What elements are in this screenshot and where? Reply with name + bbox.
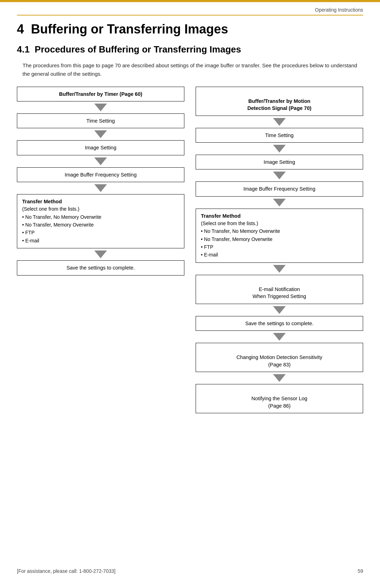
right-step-email-notification: E-mail Notification When Triggered Setti… <box>196 275 363 304</box>
right-step-image-setting: Image Setting <box>196 155 363 169</box>
header-label: Operating Instructions <box>315 7 363 13</box>
arrow-5-left <box>94 250 107 258</box>
flow-container: Buffer/Transfer by Timer (Page 60) Time … <box>0 87 380 413</box>
right-header-page: (Page 70) <box>287 105 312 111</box>
right-step-save: Save the settings to complete. <box>196 316 363 331</box>
arrow-3-right <box>273 172 286 179</box>
left-step-buffer-freq: Image Buffer Frequency Setting <box>17 167 184 182</box>
left-header-bold: Buffer/Transfer by Timer <box>59 91 118 97</box>
right-step-buffer-freq: Image Buffer Frequency Setting <box>196 181 363 196</box>
arrow-5-right <box>273 265 286 273</box>
right-step-time-setting: Time Setting <box>196 128 363 143</box>
arrow-7-right <box>273 333 286 341</box>
arrow-6-right <box>273 306 286 314</box>
left-header-box: Buffer/Transfer by Timer (Page 60) <box>17 87 184 101</box>
intro-text: The procedures from this page to page 70… <box>0 61 380 87</box>
left-header-page: (Page 60) <box>118 91 142 97</box>
arrow-2-right <box>273 145 286 153</box>
arrow-1-left <box>94 104 107 111</box>
arrow-3-left <box>94 157 107 165</box>
left-flow-column: Buffer/Transfer by Timer (Page 60) Time … <box>17 87 184 413</box>
right-flow-column: Buffer/Transfer by Motion Detection Sign… <box>196 87 363 413</box>
arrow-1-right <box>273 118 286 126</box>
left-step-save: Save the settings to complete. <box>17 260 184 275</box>
footer: [For assistance, please call: 1-800-272-… <box>0 568 380 574</box>
arrow-2-left <box>94 130 107 138</box>
arrow-4-right <box>273 199 286 206</box>
left-step-transfer-method: Transfer Method (Select one from the lis… <box>17 194 184 248</box>
left-transfer-body: (Select one from the lists.) • No Transf… <box>22 205 179 245</box>
page-header: Operating Instructions <box>0 2 380 15</box>
chapter-title: 4 Buffering or Transferring Images <box>0 16 380 40</box>
right-transfer-title: Transfer Method <box>201 212 358 219</box>
right-transfer-body: (Select one from the lists.) • No Transf… <box>201 219 358 259</box>
arrow-8-right <box>273 374 286 382</box>
right-step-transfer-method: Transfer Method (Select one from the lis… <box>196 209 363 263</box>
arrow-4-left <box>94 184 107 192</box>
footer-assistance: [For assistance, please call: 1-800-272-… <box>17 568 115 574</box>
left-transfer-title: Transfer Method <box>22 198 179 205</box>
right-step-motion-sensitivity: Changing Motion Detection Sensitivity (P… <box>196 343 363 372</box>
right-step-sensor-log: Notifying the Sensor Log (Page 86) <box>196 384 363 413</box>
footer-page-number: 59 <box>357 568 363 574</box>
section-title: 4.1 Procedures of Buffering or Transferr… <box>0 40 380 61</box>
left-step-time-setting: Time Setting <box>17 113 184 128</box>
left-step-image-setting: Image Setting <box>17 140 184 155</box>
right-header-box: Buffer/Transfer by Motion Detection Sign… <box>196 87 363 116</box>
